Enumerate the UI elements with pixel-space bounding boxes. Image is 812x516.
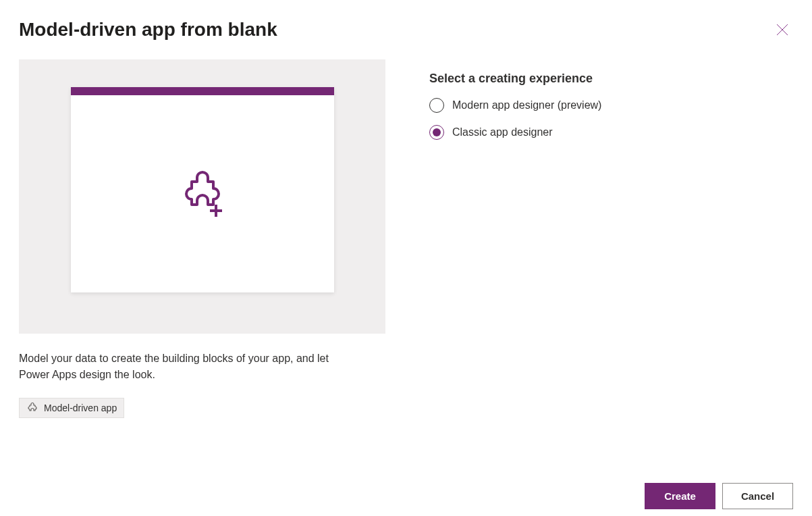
- app-mockup-header-bar: [71, 87, 334, 95]
- app-type-tag: Model-driven app: [19, 398, 124, 418]
- radio-modern-label: Modern app designer (preview): [452, 99, 601, 111]
- create-button[interactable]: Create: [645, 483, 715, 509]
- radio-modern-designer[interactable]: Modern app designer (preview): [429, 98, 601, 113]
- cancel-button[interactable]: Cancel: [722, 483, 793, 509]
- app-mockup: [71, 87, 334, 292]
- dialog-title: Model-driven app from blank: [19, 19, 277, 41]
- close-icon: [776, 23, 789, 36]
- app-type-tag-label: Model-driven app: [44, 403, 117, 413]
- radio-classic-label: Classic app designer: [452, 126, 553, 138]
- experience-heading: Select a creating experience: [429, 72, 601, 86]
- app-preview-thumbnail: [19, 59, 385, 334]
- radio-unselected-icon: [429, 98, 444, 113]
- close-button[interactable]: [772, 19, 793, 41]
- puzzle-piece-add-icon: [177, 168, 228, 220]
- radio-selected-icon: [429, 125, 444, 140]
- radio-classic-designer[interactable]: Classic app designer: [429, 125, 601, 140]
- puzzle-piece-icon: [26, 402, 38, 414]
- app-description: Model your data to create the building b…: [19, 351, 336, 383]
